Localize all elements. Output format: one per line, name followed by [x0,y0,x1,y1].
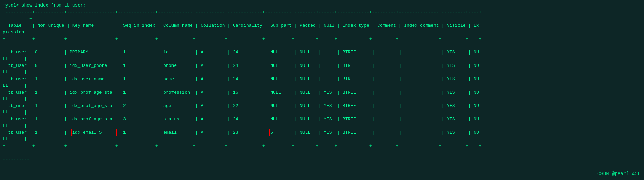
terminal-output: mysql> show index from tb_user; +-------… [3,2,641,163]
terminal-window: mysql> show index from tb_user; +-------… [0,0,644,165]
watermark-label: CSDN @pearl_456 [597,171,641,177]
